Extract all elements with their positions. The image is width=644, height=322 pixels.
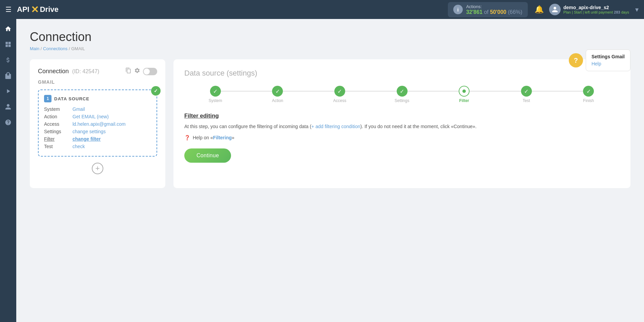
step-system-label: System [209,98,222,103]
filtering-link[interactable]: Filtering [213,135,232,140]
user-info: demo_apix-drive_s2 Plan | Start | left u… [563,5,629,14]
step-finish-icon: ✓ [583,86,594,97]
sidebar-item-help[interactable] [2,116,15,129]
actions-label: Actions: [466,4,522,9]
step-filter-icon [459,86,470,97]
step-test-icon: ✓ [521,86,532,97]
ds-system[interactable]: Gmail [72,106,85,112]
continue-button[interactable]: Continue [184,148,231,163]
bell-icon[interactable]: 🔔 [535,5,544,14]
actions-info-icon: i [453,5,463,14]
step-system: ✓ System [184,86,247,103]
logo-x: ✕ [31,4,39,15]
datasource-check: ✓ [151,86,161,96]
step-filter-label: Filter [459,98,469,103]
step-action-icon: ✓ [272,86,283,97]
actions-values: 32'861 of 50'000 (66%) [466,9,522,15]
logo: API✕Drive [17,4,59,15]
main-content: ? Settings Gmail Help Connection Main / … [16,19,644,322]
ds-settings[interactable]: change settings [72,129,106,134]
content-row: Connection (ID: 42547) GMAI [30,59,630,188]
step-filter-dot [462,89,466,93]
username: demo_apix-drive_s2 [563,5,629,10]
help-box-link[interactable]: Help [591,60,625,67]
right-card-title: Data source (settings) [184,69,620,78]
datasource-title: DATA SOURCE [54,96,89,101]
step-access-icon: ✓ [334,86,345,97]
hamburger-icon[interactable]: ☰ [5,5,12,14]
step-system-icon: ✓ [210,86,221,97]
page-title: Connection [30,30,630,44]
ds-test[interactable]: check [72,144,85,149]
datasource-row-settings: Settings change settings [44,129,151,134]
add-button[interactable]: + [92,163,103,174]
add-filter-link[interactable]: + add filtering condition [311,124,360,129]
ds-filter[interactable]: change filter [72,136,101,142]
right-card: Data source (settings) ✓ System ✓ [173,59,630,188]
connection-label: GMAIL [38,79,157,85]
sidebar-item-grid[interactable] [2,38,15,51]
step-finish: ✓ Finish [557,86,620,103]
help-box: Settings Gmail Help [586,49,630,71]
plan-text: Plan | Start | left until payment 283 da… [563,10,629,14]
card-header: Connection (ID: 42547) [38,67,157,75]
sidebar-item-user[interactable] [2,100,15,113]
filter-help-icon: ❓ [184,135,190,140]
ds-access[interactable]: ld.helen.apix@gmail.com [72,121,126,127]
actions-used: 32'861 [466,9,482,15]
sidebar [0,19,16,322]
ds-action[interactable]: Get EMAIL (new) [72,114,109,119]
copy-icon[interactable] [125,67,131,75]
sidebar-item-play[interactable] [2,85,15,98]
step-test-label: Test [523,98,530,103]
actions-total: 50'000 [490,9,506,15]
step-action-label: Action [272,98,283,103]
filter-help: ❓ Help on «Filtering» [184,135,620,140]
datasource-row-filter: Filter change filter [44,136,151,142]
breadcrumb: Main / Connections / GMAIL [30,46,630,51]
add-button-wrap: + [38,163,157,174]
step-settings-label: Settings [395,98,409,103]
datasource-row-action: Action Get EMAIL (new) [44,114,151,119]
settings-icon[interactable] [134,67,140,75]
sidebar-item-briefcase[interactable] [2,69,15,82]
sidebar-item-dollar[interactable] [2,54,15,66]
datasource-box: ✓ 1 DATA SOURCE System Gmail Action Get … [38,89,157,157]
user-menu[interactable]: demo_apix-drive_s2 Plan | Start | left u… [549,4,639,15]
step-filter: Filter [433,86,495,103]
connection-title: Connection [38,68,69,75]
left-card: Connection (ID: 42547) GMAI [30,59,165,188]
help-button-wrap: ? Settings Gmail Help [569,49,630,71]
actions-box: i Actions: 32'861 of 50'000 (66%) [448,2,528,17]
help-circle-icon[interactable]: ? [569,53,583,67]
step-access: ✓ Access [309,86,371,103]
steps-row: ✓ System ✓ Action ✓ Access [184,86,620,103]
datasource-row-test: Test check [44,144,151,149]
chevron-down-icon: ▾ [635,5,639,14]
topnav: ☰ API✕Drive i Actions: 32'861 of 50'000 … [0,0,644,19]
breadcrumb-connections[interactable]: Connections [43,46,67,51]
breadcrumb-current: GMAIL [71,46,85,51]
avatar [549,4,561,15]
datasource-row-system: System Gmail [44,106,151,112]
actions-text: Actions: 32'861 of 50'000 (66%) [466,4,522,15]
step-settings: ✓ Settings [371,86,433,103]
datasource-header: 1 DATA SOURCE [44,95,151,102]
toggle-dot [144,68,150,75]
toggle-switch[interactable] [143,68,157,75]
connection-id: (ID: 42547) [72,68,99,75]
filter-desc: At this step, you can configure the filt… [184,123,620,130]
step-test: ✓ Test [495,86,558,103]
step-access-label: Access [333,98,347,103]
datasource-row-access: Access ld.helen.apix@gmail.com [44,121,151,127]
help-box-title: Settings Gmail [591,53,625,60]
sidebar-item-home[interactable] [2,22,15,35]
filter-editing-title: Filter editing [184,113,620,119]
card-icons [125,67,157,75]
step-settings-icon: ✓ [397,86,408,97]
datasource-number: 1 [44,95,51,102]
step-action: ✓ Action [247,86,309,103]
breadcrumb-main[interactable]: Main [30,46,39,51]
logo-drive: Drive [40,5,59,14]
step-finish-label: Finish [583,98,594,103]
